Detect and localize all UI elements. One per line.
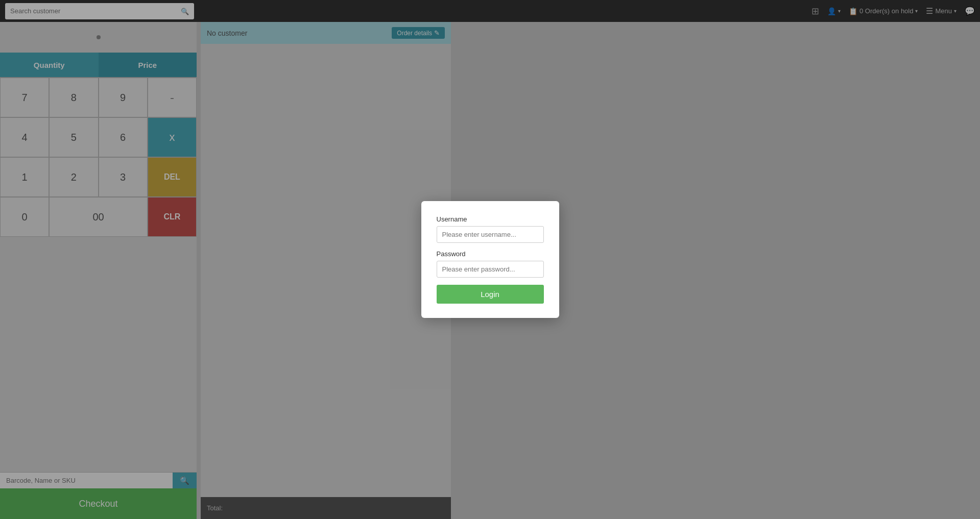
username-label: Username [437,215,544,223]
password-input[interactable] [437,261,544,278]
password-label: Password [437,250,544,258]
username-input[interactable] [437,226,544,243]
modal-overlay: Username Password Login [0,0,980,519]
login-button[interactable]: Login [437,285,544,304]
login-modal: Username Password Login [421,201,559,318]
